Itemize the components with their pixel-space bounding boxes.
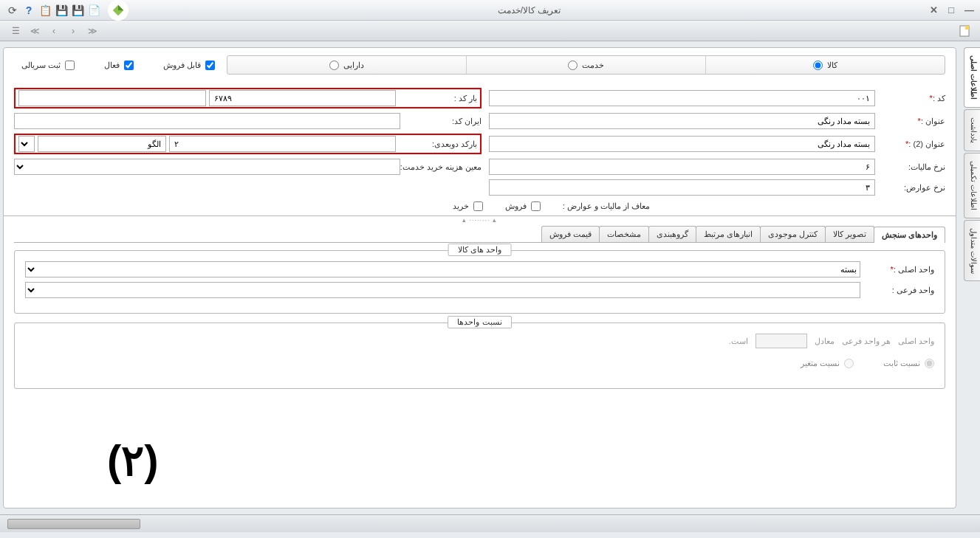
title-label: عنوان :* xyxy=(883,117,945,126)
exempt-buy-item[interactable]: خرید xyxy=(453,201,483,211)
active-checkbox[interactable] xyxy=(124,61,134,70)
new-icon[interactable]: 📄 xyxy=(87,4,100,17)
prev-icon[interactable]: ‹ xyxy=(46,23,62,39)
sellable-check-item[interactable]: قابل فروش xyxy=(163,61,215,70)
minimize-icon[interactable]: — xyxy=(964,4,974,15)
ratio-value-input[interactable] xyxy=(755,334,807,348)
tab-stock[interactable]: کنترل موجودی xyxy=(760,226,826,242)
annotation-number: (۲) xyxy=(107,435,159,486)
side-tab-main-info[interactable]: اطلاعات اصلی xyxy=(964,47,980,108)
exempt-buy-checkbox[interactable] xyxy=(473,201,483,211)
title2-input[interactable] xyxy=(489,136,875,152)
splitter[interactable]: ▴ ········ ▴ xyxy=(4,215,956,221)
iran-code-label: ایران کد: xyxy=(408,117,482,126)
exempt-label: معاف از مالیات و عوارض : xyxy=(563,201,650,211)
tab-specs[interactable]: مشخصات xyxy=(599,226,649,242)
side-tab-faq[interactable]: سوالات متداول xyxy=(964,220,980,282)
ratio-fieldset: نسبت واحدها واحد اصلی هر واحد فرعی معادل… xyxy=(14,323,945,389)
active-check-item[interactable]: فعال xyxy=(104,61,134,70)
barcode2d-tpl-select[interactable] xyxy=(18,136,35,152)
fixed-ratio-label: نسبت ثابت xyxy=(883,359,920,368)
units-legend: واحد های کالا xyxy=(448,244,511,256)
duty-input[interactable] xyxy=(489,179,875,196)
sellable-label: قابل فروش xyxy=(163,61,201,70)
barcode-input-2[interactable] xyxy=(18,90,206,106)
nav-toolbar: ☰ ≪ ‹ › ≫ xyxy=(0,21,980,41)
exempt-sale-checkbox[interactable] xyxy=(531,201,541,211)
var-ratio-item[interactable]: نسبت متغیر xyxy=(801,359,854,368)
var-ratio-radio[interactable] xyxy=(844,359,854,368)
barcode-highlight: بار کد : xyxy=(14,88,482,108)
ratio-t4: است. xyxy=(729,337,748,346)
ratio-legend: نسبت واحدها xyxy=(448,316,511,328)
refresh-icon[interactable]: ⟳ xyxy=(6,4,19,17)
help-icon[interactable]: ? xyxy=(22,4,35,17)
document-icon[interactable] xyxy=(956,23,973,39)
title2-label: عنوان (2) :* xyxy=(883,139,945,149)
main-unit-select[interactable]: بسته xyxy=(25,261,860,277)
close-icon[interactable]: ✕ xyxy=(930,4,938,15)
ratio-text-row: واحد اصلی هر واحد فرعی معادل است. xyxy=(25,334,934,348)
type-service-radio[interactable] xyxy=(568,61,578,70)
check-group: قابل فروش فعال ثبت سریالی xyxy=(14,61,222,70)
maximize-icon[interactable]: □ xyxy=(948,4,954,15)
form-grid: کد :* بار کد : عنوان :* ایران کد: عنوان … xyxy=(14,88,945,196)
type-service[interactable]: خدمت xyxy=(466,56,705,74)
barcode-label: بار کد : xyxy=(403,94,477,103)
main-panel: کالا خدمت دارایی قابل فروش xyxy=(3,47,956,508)
scroll-thumb[interactable] xyxy=(7,519,140,529)
title-input[interactable] xyxy=(489,113,875,129)
type-asset-radio[interactable] xyxy=(329,61,339,70)
type-asset[interactable]: دارایی xyxy=(227,56,466,74)
ratio-t1: واحد اصلی xyxy=(898,337,934,346)
type-asset-label: دارایی xyxy=(343,61,364,70)
serial-label: ثبت سریالی xyxy=(21,61,61,70)
app-logo-icon xyxy=(108,0,129,21)
exempt-sale-item[interactable]: فروش xyxy=(505,201,541,211)
barcode-input[interactable] xyxy=(209,90,397,106)
exempt-row: معاف از مالیات و عوارض : فروش خرید xyxy=(14,201,945,211)
moein-label: معین هزینه خرید خدمت: xyxy=(408,162,482,172)
serial-check-item[interactable]: ثبت سریالی xyxy=(21,61,75,70)
side-tab-notes[interactable]: یادداشت xyxy=(964,109,980,151)
save2-icon[interactable]: 💾 xyxy=(71,4,84,17)
barcode2d-tpl-input[interactable] xyxy=(38,136,166,152)
fixed-ratio-radio[interactable] xyxy=(925,359,934,368)
toolbar-right: ⟳ ? 📋 💾 💾 📄 xyxy=(6,0,129,21)
type-goods-radio[interactable] xyxy=(813,61,823,70)
type-group: کالا خدمت دارایی xyxy=(227,55,945,75)
main-area: اطلاعات اصلی یادداشت اطلاعات تکمیلی سوال… xyxy=(0,41,980,514)
fixed-ratio-item[interactable]: نسبت ثابت xyxy=(883,359,934,368)
tab-warehouses[interactable]: انبارهای مرتبط xyxy=(696,226,761,242)
sellable-checkbox[interactable] xyxy=(205,61,215,70)
units-fieldset: واحد های کالا واحد اصلی :* بسته واحد فرع… xyxy=(14,250,945,314)
next-icon[interactable]: › xyxy=(65,23,81,39)
first-icon[interactable]: ≪ xyxy=(27,23,43,39)
tax-input[interactable] xyxy=(489,159,875,175)
type-service-label: خدمت xyxy=(582,61,604,70)
tab-units[interactable]: واحدهای سنجش xyxy=(874,227,945,243)
serial-checkbox[interactable] xyxy=(65,61,75,70)
tab-price[interactable]: قیمت فروش xyxy=(541,226,600,242)
type-goods-label: کالا xyxy=(827,61,837,70)
side-tab-extra[interactable]: اطلاعات تکمیلی xyxy=(964,153,980,218)
iran-code-input[interactable] xyxy=(14,113,400,129)
type-goods[interactable]: کالا xyxy=(705,56,945,74)
last-icon[interactable]: ≫ xyxy=(84,23,100,39)
side-tabs: اطلاعات اصلی یادداشت اطلاعات تکمیلی سوال… xyxy=(964,47,980,283)
tab-image[interactable]: تصویر کالا xyxy=(825,226,874,242)
code-input[interactable] xyxy=(489,90,875,106)
statusbar xyxy=(0,514,980,532)
save-icon[interactable]: 💾 xyxy=(55,4,68,17)
list-icon[interactable]: ☰ xyxy=(7,23,24,39)
main-unit-label: واحد اصلی :* xyxy=(868,265,934,275)
save-as-icon[interactable]: 📋 xyxy=(38,4,52,17)
tab-grouping[interactable]: گروهبندی xyxy=(648,226,696,242)
sub-unit-select[interactable] xyxy=(25,282,860,298)
barcode2d-num-input[interactable] xyxy=(169,136,396,152)
exempt-sale-label: فروش xyxy=(505,201,527,211)
ratio-t3: معادل xyxy=(815,337,835,346)
moein-select[interactable] xyxy=(14,159,400,175)
sub-unit-label: واحد فرعی : xyxy=(868,286,934,295)
svg-marker-1 xyxy=(118,4,123,10)
